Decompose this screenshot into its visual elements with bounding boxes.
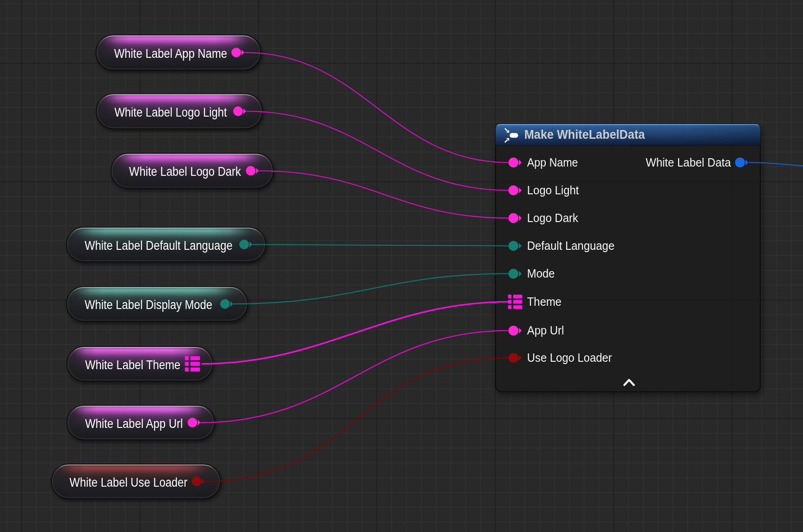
svg-text:White Label Logo Light: White Label Logo Light [114,105,227,119]
svg-text:White Label Use Loader: White Label Use Loader [69,476,187,489]
svg-text:App Name: App Name [527,155,578,169]
svg-text:Mode: Mode [527,266,555,280]
svg-text:White Label Display Mode: White Label Display Mode [85,298,212,312]
svg-text:White Label Theme: White Label Theme [85,358,180,372]
svg-text:Logo Light: Logo Light [527,183,580,197]
svg-text:Make WhiteLabelData: Make WhiteLabelData [525,128,645,142]
svg-text:White Label Logo Dark: White Label Logo Dark [129,165,241,179]
svg-text:Use Logo Loader: Use Logo Loader [527,351,612,365]
svg-text:App Url: App Url [527,323,564,337]
svg-text:White Label App Name: White Label App Name [114,47,227,61]
svg-text:White Label Default Language: White Label Default Language [85,239,233,253]
svg-text:White Label App Url: White Label App Url [85,417,183,431]
svg-text:Theme: Theme [527,295,562,309]
svg-text:Logo Dark: Logo Dark [527,211,579,225]
svg-text:White Label Data: White Label Data [646,155,731,169]
svg-text:Default Language: Default Language [527,239,615,253]
